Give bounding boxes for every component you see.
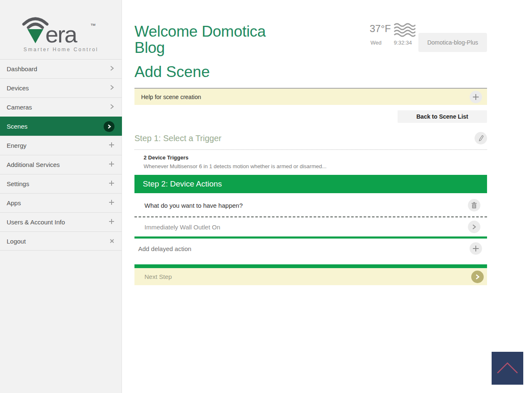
step1-header: Step 1: Select a Trigger — [134, 132, 487, 150]
chevron-right-icon[interactable] — [471, 271, 484, 283]
sidebar-item-dashboard[interactable]: Dashboard — [0, 59, 122, 78]
trigger-summary[interactable]: 2 Device Triggers Whenever Multisensor 6… — [134, 150, 487, 175]
help-bar[interactable]: Help for scene creation — [134, 88, 487, 105]
sidebar-item-label: Users & Account Info — [7, 219, 65, 226]
sidebar-item-label: Settings — [7, 180, 29, 187]
step2-header: Step 2: Device Actions — [134, 175, 487, 193]
next-step-label: Next Step — [144, 273, 172, 280]
trigger-description: Whenever Multisensor 6 in 1 detects moti… — [144, 163, 487, 169]
plus-icon[interactable] — [470, 91, 482, 103]
back-row: Back to Scene List — [134, 110, 487, 123]
plus-icon — [109, 219, 114, 226]
controller-selector[interactable]: Domotica-blog-Plus — [418, 33, 487, 52]
sidebar-item-settings[interactable]: Settings — [0, 174, 122, 193]
sidebar-item-label: Scenes — [7, 123, 27, 130]
trash-icon[interactable] — [468, 199, 480, 211]
next-step-bar[interactable]: Next Step — [134, 268, 487, 285]
chevron-right-icon — [109, 84, 114, 92]
plus-icon[interactable] — [470, 242, 482, 255]
sidebar-item-label: Apps — [7, 199, 21, 206]
sidebar-nav: Dashboard Devices Cameras Scenes Energy — [0, 59, 122, 251]
header-status: 37°F Wed 9:32:34 Domotica-blog-Plus — [370, 23, 487, 52]
sidebar-item-label: Cameras — [7, 104, 32, 111]
sidebar-item-logout[interactable]: Logout — [0, 231, 122, 251]
sidebar-item-devices[interactable]: Devices — [0, 78, 122, 97]
chevron-right-icon[interactable] — [468, 221, 480, 233]
main-content: Welcome Domotica Blog 37°F Wed 9:32:34 D… — [134, 0, 487, 285]
sidebar-item-additional-services[interactable]: Additional Services — [0, 155, 122, 174]
welcome-title: Welcome Domotica Blog — [134, 0, 297, 56]
sidebar-item-users-account-info[interactable]: Users & Account Info — [0, 212, 122, 231]
step1-title: Step 1: Select a Trigger — [134, 134, 221, 143]
fog-icon — [394, 22, 415, 39]
vera-logo: era ™ Smarter Home Control — [0, 12, 122, 52]
help-bar-label: Help for scene creation — [141, 94, 201, 100]
plus-icon — [109, 199, 114, 206]
sidebar-item-label: Energy — [7, 142, 27, 149]
plus-icon — [109, 180, 114, 187]
temperature: 37°F — [370, 23, 391, 35]
main-area: Welcome Domotica Blog 37°F Wed 9:32:34 D… — [122, 0, 532, 393]
immediate-action-label: Immediately Wall Outlet On — [144, 224, 220, 231]
vera-logo-icon: era ™ — [20, 12, 102, 44]
trigger-count: 2 Device Triggers — [144, 154, 487, 161]
close-icon — [109, 238, 114, 245]
sidebar-item-energy[interactable]: Energy — [0, 136, 122, 155]
weekday: Wed — [370, 40, 382, 46]
device-action-question-row: What do you want to have happen? — [134, 193, 487, 217]
sidebar-item-label: Logout — [7, 238, 26, 245]
step2-title: Step 2: Device Actions — [143, 179, 222, 189]
sidebar-item-apps[interactable]: Apps — [0, 193, 122, 212]
sidebar: era ™ Smarter Home Control Dashboard Dev… — [0, 0, 122, 393]
sidebar-item-label: Additional Services — [7, 161, 60, 168]
sidebar-item-scenes[interactable]: Scenes — [0, 117, 122, 136]
sidebar-item-label: Devices — [7, 85, 29, 92]
green-divider — [134, 264, 487, 268]
chevron-up-icon — [496, 361, 519, 376]
logo-wordmark: era — [45, 21, 78, 44]
clock: 9:32:34 — [394, 40, 412, 46]
sidebar-item-label: Dashboard — [7, 65, 37, 72]
sidebar-item-cameras[interactable]: Cameras — [0, 97, 122, 117]
chevron-circle-icon — [104, 121, 114, 132]
plus-icon — [109, 161, 114, 168]
pencil-icon[interactable] — [475, 132, 487, 144]
page-title: Add Scene — [134, 63, 487, 81]
device-action-question: What do you want to have happen? — [144, 202, 243, 209]
scroll-to-top-button[interactable] — [492, 352, 523, 385]
back-to-scene-list-button[interactable]: Back to Scene List — [398, 110, 487, 123]
immediate-action-row[interactable]: Immediately Wall Outlet On — [134, 217, 487, 236]
add-delayed-action-label: Add delayed action — [138, 245, 191, 252]
logo-tm: ™ — [90, 22, 96, 29]
chevron-right-icon — [109, 65, 114, 73]
add-delayed-action-row[interactable]: Add delayed action — [134, 239, 487, 259]
chevron-right-icon — [109, 103, 114, 111]
logo-tagline: Smarter Home Control — [0, 47, 122, 52]
plus-icon — [109, 142, 114, 149]
